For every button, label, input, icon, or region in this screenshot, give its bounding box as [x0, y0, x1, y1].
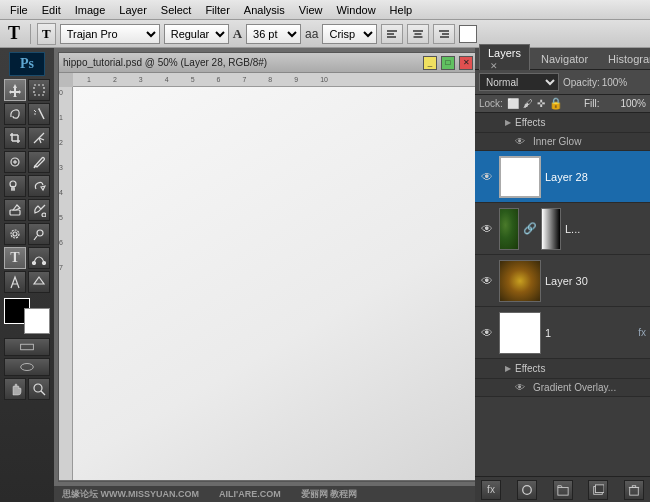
menu-layer[interactable]: Layer	[113, 3, 153, 17]
blur-tool-button[interactable]	[4, 223, 26, 245]
brush-tool-button[interactable]	[28, 151, 50, 173]
zoom-tool-button[interactable]	[28, 378, 50, 400]
tab-histogram[interactable]: Histogram	[599, 50, 650, 67]
layer-28-item[interactable]: 👁 Layer 28	[475, 151, 650, 203]
menu-filter[interactable]: Filter	[199, 3, 235, 17]
layer-28-visibility[interactable]: 👁	[479, 169, 495, 185]
menu-help[interactable]: Help	[384, 3, 419, 17]
pen-tool-button[interactable]	[4, 271, 26, 293]
layer-1-item[interactable]: 👁 1 fx	[475, 307, 650, 359]
lock-position-icon[interactable]: ✜	[537, 98, 545, 109]
lock-all-icon[interactable]: 🔒	[549, 97, 563, 110]
tool-T2-button[interactable]: T	[37, 23, 56, 45]
watermark-bar: 思缘论坛 WWW.MISSYUAN.COM AILI'ARE.COM 爱丽网 教…	[54, 486, 475, 502]
close-button[interactable]: ✕	[459, 56, 473, 70]
menu-image[interactable]: Image	[69, 3, 112, 17]
ellipse-button[interactable]	[4, 358, 50, 376]
align-center-button[interactable]	[407, 24, 429, 44]
lock-label: Lock:	[479, 98, 503, 109]
inner-glow-item[interactable]: 👁 Inner Glow	[475, 133, 650, 151]
tool-row-extra	[2, 338, 52, 356]
svg-rect-36	[21, 344, 34, 350]
magic-wand-button[interactable]	[28, 103, 50, 125]
fill-value[interactable]: 100%	[620, 98, 646, 109]
anti-alias-select[interactable]: Crisp	[322, 24, 377, 44]
tool-row-hand	[2, 378, 52, 400]
svg-point-30	[11, 230, 19, 238]
ruler-tick-4: 4	[165, 76, 191, 83]
aa-label: aa	[305, 27, 318, 41]
layer-30-visibility[interactable]: 👁	[479, 273, 495, 289]
move-tool-button[interactable]	[4, 79, 26, 101]
lasso-tool-button[interactable]	[4, 103, 26, 125]
align-right-button[interactable]	[433, 24, 455, 44]
healing-brush-button[interactable]	[4, 151, 26, 173]
eraser-tool-button[interactable]	[4, 199, 26, 221]
align-left-button[interactable]	[381, 24, 403, 44]
layers-panel: Normal Opacity: 100% Lock: ⬜ 🖌 ✜ 🔒 Fill:…	[475, 70, 650, 502]
delete-layer-button[interactable]	[624, 480, 644, 500]
rectangle-shape-button[interactable]	[4, 338, 50, 356]
menu-window[interactable]: Window	[330, 3, 381, 17]
opacity-label: Opacity:	[563, 77, 600, 88]
effect-eye-2[interactable]: 👁	[515, 382, 525, 393]
layer-29-item[interactable]: 👁 🔗 L...	[475, 203, 650, 255]
foreground-background-colors[interactable]	[4, 298, 50, 334]
crop-tool-button[interactable]	[4, 127, 26, 149]
maximize-button[interactable]: □	[441, 56, 455, 70]
selection-tool-button[interactable]	[28, 79, 50, 101]
lock-transparent-icon[interactable]: ⬜	[507, 98, 519, 109]
dodge-tool-button[interactable]	[28, 223, 50, 245]
menu-select[interactable]: Select	[155, 3, 198, 17]
menu-edit[interactable]: Edit	[36, 3, 67, 17]
custom-shape-button[interactable]	[28, 271, 50, 293]
paint-bucket-button[interactable]	[28, 199, 50, 221]
history-brush-button[interactable]	[28, 175, 50, 197]
font-style-select[interactable]: Regular	[164, 24, 229, 44]
svg-line-39	[41, 391, 45, 395]
minimize-button[interactable]: _	[423, 56, 437, 70]
tab-layers[interactable]: Layers ✕	[479, 44, 530, 73]
type-tool-button[interactable]: T	[4, 247, 26, 269]
eye-icon-30: 👁	[481, 274, 493, 288]
effects-header-2[interactable]: ▶ Effects	[475, 359, 650, 379]
layer-30-item[interactable]: 👁 Layer 30	[475, 255, 650, 307]
create-layer-button[interactable]	[588, 480, 608, 500]
font-size-select[interactable]: 36 pt	[246, 24, 301, 44]
add-mask-button[interactable]	[517, 480, 537, 500]
add-layer-style-button[interactable]: fx	[481, 480, 501, 500]
layer-1-visibility[interactable]: 👁	[479, 325, 495, 341]
opacity-value[interactable]: 100%	[602, 77, 628, 88]
clone-stamp-button[interactable]	[4, 175, 26, 197]
tool-row-ellipse	[2, 358, 52, 376]
tool-row-5	[2, 175, 52, 197]
type-tool-button[interactable]: T	[4, 23, 24, 44]
lock-row: Lock: ⬜ 🖌 ✜ 🔒 Fill: 100%	[475, 95, 650, 113]
blend-mode-select[interactable]: Normal	[479, 73, 559, 91]
layer-29-visibility[interactable]: 👁	[479, 221, 495, 237]
tab-navigator[interactable]: Navigator	[532, 50, 597, 67]
svg-line-28	[41, 205, 45, 209]
layer-1-fx: fx	[638, 327, 646, 338]
menu-analysis[interactable]: Analysis	[238, 3, 291, 17]
hand-tool-button[interactable]	[4, 378, 26, 400]
lock-image-icon[interactable]: 🖌	[523, 98, 533, 109]
path-tool-button[interactable]	[28, 247, 50, 269]
canvas-area: hippo_tutorial.psd @ 50% (Layer 28, RGB/…	[54, 48, 475, 502]
layer-30-thumb	[499, 260, 541, 302]
create-group-button[interactable]	[553, 480, 573, 500]
font-family-select[interactable]: Trajan Pro	[60, 24, 160, 44]
gradient-overlay-item[interactable]: 👁 Gradient Overlay...	[475, 379, 650, 397]
background-color[interactable]	[24, 308, 50, 334]
svg-marker-9	[9, 84, 21, 97]
effects-header-1[interactable]: ▶ Effects	[475, 113, 650, 133]
effect-eye-1[interactable]: 👁	[515, 136, 525, 147]
slice-tool-button[interactable]	[28, 127, 50, 149]
vruler-1: 1	[59, 114, 72, 121]
effects-label-1: Effects	[515, 117, 545, 128]
canvas-ruler-row: 0 1 2 3 4 5 6 7	[59, 87, 475, 480]
text-color-swatch[interactable]	[459, 25, 477, 43]
toolbar: Ps	[0, 48, 54, 502]
menu-view[interactable]: View	[293, 3, 329, 17]
menu-file[interactable]: File	[4, 3, 34, 17]
